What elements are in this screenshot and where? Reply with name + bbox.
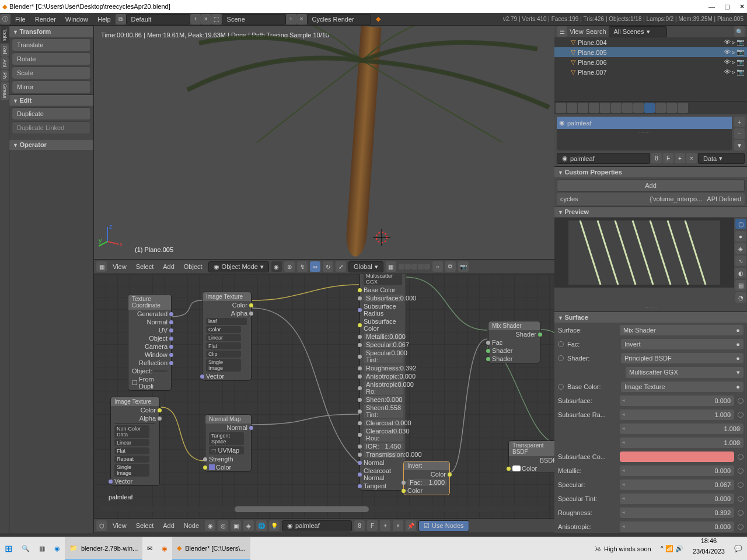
users-count[interactable]: 8	[354, 520, 365, 531]
layer-buttons[interactable]	[399, 264, 430, 270]
socket-icon[interactable]	[738, 482, 743, 488]
node-image-texture-1[interactable]: Image Texture Color Alpha leaf Color Lin…	[202, 292, 252, 381]
object-menu[interactable]: Object	[180, 263, 206, 270]
principled-roughness[interactable]: Roughness:0.392	[360, 364, 406, 372]
new-mat-button[interactable]: +	[675, 153, 685, 163]
interp[interactable]: Linear	[111, 439, 159, 447]
slot-menu-icon[interactable]: ▼	[734, 140, 745, 150]
add-custom-prop-button[interactable]: Add	[557, 179, 745, 192]
principled-sheentint[interactable]: Sheen Tint:0.558	[360, 404, 406, 419]
tab-material[interactable]	[644, 103, 655, 113]
menu-help[interactable]: Help	[93, 13, 116, 25]
weather-widget[interactable]: 🌬 High winds soon	[589, 537, 656, 560]
search-button[interactable]: 🔍	[17, 537, 34, 560]
uvmap[interactable]: ⬚ UVMap	[205, 446, 251, 455]
colorspace[interactable]: Color	[203, 326, 251, 334]
preview-header[interactable]: Preview	[554, 206, 747, 218]
scene-browse-icon[interactable]: ⬚	[211, 14, 222, 24]
view-menu[interactable]: View	[109, 263, 130, 270]
subsurfr2[interactable]: 1.000	[620, 424, 743, 434]
explorer-task[interactable]: 📁 blender-2.79b-win...	[65, 537, 142, 560]
preview-cube-icon[interactable]: ◈	[735, 243, 746, 254]
projection[interactable]: Flat	[203, 342, 251, 350]
manip-rot-icon[interactable]: ↻	[323, 261, 333, 272]
operator-panel-header[interactable]: Operator	[9, 139, 93, 150]
pivot-icon[interactable]: ⊕	[284, 261, 295, 272]
viewport-3d[interactable]: Time:00:00.86 | Mem:19.61M, Peak:19.63M …	[94, 26, 554, 259]
obj-data-icon[interactable]: ◈	[243, 520, 254, 531]
editor-type-3d-icon[interactable]: ▦	[96, 261, 107, 272]
tab-renderlayers[interactable]	[567, 103, 577, 113]
space[interactable]: Tangent Space	[205, 432, 251, 446]
surface-header[interactable]: Surface	[554, 312, 747, 323]
outliner-item[interactable]: ▽Plane.005👁 ▹ 📷	[554, 47, 747, 57]
principled-subsurfaceradius[interactable]: Subsurface Radius	[360, 302, 406, 317]
preview-cloth-icon[interactable]: ▤	[735, 280, 746, 290]
close-button[interactable]: ✕	[739, 3, 745, 10]
outliner[interactable]: ▽Plane.004👁 ▹ 📷▽Plane.005👁 ▹ 📷▽Plane.006…	[554, 37, 747, 102]
firefox-button[interactable]: ◉	[157, 537, 172, 560]
principled-ior[interactable]: IOR:1.450	[360, 442, 406, 450]
principled-subsurfacecolor[interactable]: Subsurface Color	[360, 317, 406, 332]
add-scene-icon[interactable]: +	[286, 14, 296, 24]
mail-button[interactable]: ✉	[142, 537, 157, 560]
manipulator-icon[interactable]: ↯	[297, 261, 308, 272]
scale-button[interactable]: Scale	[12, 66, 91, 79]
socket-icon[interactable]	[738, 510, 743, 516]
subsurfr3[interactable]: 1.000	[620, 438, 743, 448]
preview-hair-icon[interactable]: ∿	[735, 256, 746, 266]
ol-view[interactable]: View	[570, 28, 584, 35]
node-editor[interactable]: Texture Coordinate Generated Normal UV O…	[94, 274, 554, 518]
editor-type-outliner-icon[interactable]: ☰	[557, 26, 567, 37]
proportional-icon[interactable]: ○	[432, 261, 443, 272]
aniso-value[interactable]: 0.000	[620, 522, 734, 532]
minimize-button[interactable]: —	[708, 3, 715, 10]
ne-view[interactable]: View	[109, 522, 130, 529]
outliner-item[interactable]: ▽Plane.004👁 ▹ 📷	[554, 37, 747, 47]
link-mode[interactable]: Data ▾	[698, 153, 745, 164]
menu-render[interactable]: Render	[30, 13, 61, 25]
outliner-mode[interactable]: All Scenes ▾	[609, 26, 667, 37]
socket-icon[interactable]	[738, 454, 743, 460]
edit-panel-header[interactable]: Edit	[9, 94, 93, 106]
principled-basecolor[interactable]: Base Color	[360, 286, 406, 294]
custom-props-header[interactable]: Custom Properties	[554, 166, 747, 178]
in-fac[interactable]: Fac:1.000	[404, 478, 449, 487]
principled-anisotropicro[interactable]: Anisotropic Ro:0.000	[360, 380, 406, 396]
start-button[interactable]: ⊞	[0, 537, 17, 560]
socket-icon[interactable]	[738, 524, 743, 530]
ol-search[interactable]: Search	[586, 28, 606, 35]
subsurfr1[interactable]: 1.000	[620, 410, 734, 420]
clock[interactable]: 18:4623/04/2023	[688, 537, 729, 560]
socket-icon[interactable]	[738, 468, 743, 474]
subsurf-color-swatch[interactable]	[620, 452, 734, 462]
lamp-icon[interactable]: 💡	[269, 520, 280, 531]
transform-orient-dropdown[interactable]: Global ▾	[348, 261, 383, 272]
socket-icon[interactable]	[558, 355, 564, 361]
shader-type-icon2[interactable]: ◎	[218, 520, 228, 531]
rotate-button[interactable]: Rotate	[12, 52, 91, 65]
del-mat-icon[interactable]: ×	[393, 520, 403, 531]
select-menu[interactable]: Select	[132, 263, 158, 270]
principled-anisotropic[interactable]: Anisotropic:0.000	[360, 372, 406, 380]
tab-constraints[interactable]	[611, 103, 622, 113]
principled-specular[interactable]: Specular:0.067	[360, 341, 406, 349]
principled-subsurface[interactable]: Subsurface:0.000	[360, 294, 406, 302]
principled-sheen[interactable]: Sheen:0.000	[360, 396, 406, 404]
extension[interactable]: Repeat	[111, 455, 159, 463]
editor-type-node-icon[interactable]: ⬡	[96, 520, 107, 531]
object-field[interactable]: Object:	[128, 367, 171, 375]
tab-ph[interactable]: Ph	[1, 70, 9, 81]
scene-dropdown[interactable]: Scene	[222, 14, 286, 24]
tab-scene[interactable]	[578, 103, 588, 113]
unlink-mat-button[interactable]: ×	[686, 153, 697, 163]
node-image-texture-2[interactable]: Image Texture Color Alpha Non-Color Data…	[110, 397, 160, 486]
tab-rel[interactable]: Rel	[1, 44, 9, 57]
manip-scale-icon[interactable]: ⤢	[336, 261, 346, 272]
node-texture-coordinate[interactable]: Texture Coordinate Generated Normal UV O…	[128, 294, 172, 391]
blender-task[interactable]: ◆ Blender* [C:\Users\...	[172, 537, 250, 560]
fac-field[interactable]: Invert●	[621, 339, 743, 349]
duplicate-linked-button[interactable]: Duplicate Linked	[12, 121, 91, 134]
node-transparent-bsdf[interactable]: Transparent BSDF BSDF Color	[508, 440, 554, 473]
editor-type-icon[interactable]: ⓘ	[0, 14, 11, 24]
